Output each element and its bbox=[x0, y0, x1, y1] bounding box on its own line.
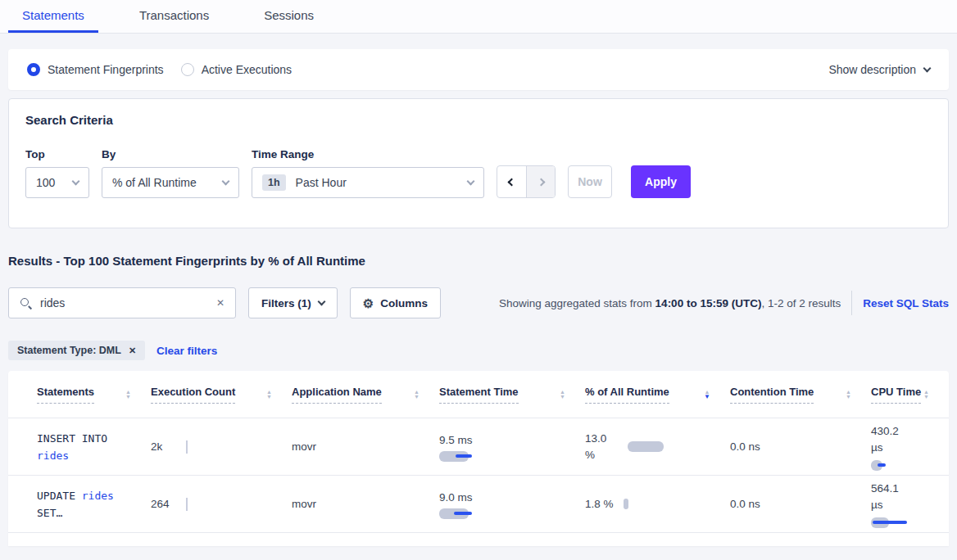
statement-time-cell: 9.5 ms bbox=[439, 432, 585, 462]
gear-icon: ⚙ bbox=[363, 297, 374, 309]
radio-active-executions[interactable]: Active Executions bbox=[181, 63, 293, 76]
results-toolbar: rides ✕ Filters (1) ⚙ Columns Showing ag… bbox=[8, 287, 949, 318]
chevron-down-icon bbox=[317, 298, 325, 306]
now-button[interactable]: Now bbox=[568, 165, 612, 198]
stats-status-text: Showing aggregated stats from 14:00 to 1… bbox=[499, 297, 841, 309]
reset-sql-stats-link[interactable]: Reset SQL Stats bbox=[863, 297, 949, 309]
statement-fingerprint-cell[interactable]: UPDATE rides SET… bbox=[37, 487, 129, 522]
column-header-statement-time[interactable]: Statement Time ▲▼ bbox=[439, 386, 585, 404]
execution-count-bar bbox=[186, 440, 188, 454]
sort-icon[interactable]: ▲▼ bbox=[923, 390, 929, 400]
cpu-time-bar bbox=[871, 460, 886, 471]
results-heading: Results - Top 100 Statement Fingerprints… bbox=[8, 254, 949, 268]
statement-time-bar bbox=[439, 508, 472, 519]
chevron-right-icon bbox=[537, 178, 545, 186]
cpu-time-bar bbox=[871, 517, 907, 528]
chevron-down-icon bbox=[72, 178, 80, 186]
chevron-down-icon bbox=[222, 178, 230, 186]
time-prev-button[interactable] bbox=[497, 166, 526, 197]
by-field: By % of All Runtime bbox=[102, 148, 239, 198]
chevron-left-icon bbox=[508, 178, 516, 186]
top-select-value: 100 bbox=[36, 176, 55, 189]
table-header-row: Statements ▲▼ Execution Count ▲▼ Applica… bbox=[8, 371, 949, 418]
stats-time-range: 14:00 to 15:59 (UTC) bbox=[655, 297, 762, 309]
show-description-label: Show description bbox=[828, 63, 916, 76]
application-name-cell: movr bbox=[292, 440, 439, 453]
filter-chip-label: Statement Type: DML bbox=[17, 345, 121, 356]
application-name-cell: movr bbox=[292, 498, 439, 510]
column-header-statements[interactable]: Statements ▲▼ bbox=[37, 386, 151, 404]
radio-icon[interactable] bbox=[181, 63, 194, 76]
view-toggle-bar: Statement Fingerprints Active Executions… bbox=[8, 49, 949, 90]
remove-filter-icon[interactable]: ✕ bbox=[129, 345, 136, 356]
table-row: UPDATE rides SET… 264 movr 9.0 ms 1.8 % … bbox=[8, 476, 949, 533]
statement-time-bar bbox=[439, 451, 472, 462]
search-input-value: rides bbox=[40, 296, 216, 309]
search-icon bbox=[20, 297, 32, 309]
table-row: INSERT INTO rides 2k movr 9.5 ms 13.0 % … bbox=[8, 418, 949, 476]
cpu-time-cell: 564.1 µs bbox=[871, 481, 949, 528]
pct-runtime-bar bbox=[628, 441, 664, 452]
tab-transactions[interactable]: Transactions bbox=[125, 0, 223, 33]
statement-fingerprint-cell[interactable]: INSERT INTO rides bbox=[37, 430, 129, 464]
radio-statement-fingerprints[interactable]: Statement Fingerprints bbox=[27, 63, 164, 76]
time-range-select[interactable]: 1h Past Hour bbox=[252, 167, 484, 198]
pct-runtime-cell: 1.8 % bbox=[585, 496, 730, 513]
sort-icon[interactable]: ▲▼ bbox=[560, 390, 565, 400]
radio-label: Active Executions bbox=[202, 63, 293, 76]
sort-icon[interactable]: ▲▼ bbox=[704, 390, 710, 400]
time-range-label: Time Range bbox=[252, 148, 484, 160]
table-name-link[interactable]: rides bbox=[37, 449, 69, 462]
search-input[interactable]: rides ✕ bbox=[8, 287, 236, 318]
top-field: Top 100 bbox=[25, 148, 89, 198]
time-nav-group bbox=[497, 165, 556, 198]
execution-count-bar bbox=[186, 498, 188, 511]
sort-icon[interactable]: ▲▼ bbox=[266, 390, 272, 400]
statement-time-cell: 9.0 ms bbox=[439, 490, 585, 519]
time-range-value: Past Hour bbox=[296, 176, 347, 189]
sort-icon[interactable]: ▲▼ bbox=[846, 390, 851, 400]
column-header-pct-runtime[interactable]: % of All Runtime ▲▼ bbox=[585, 386, 730, 404]
execution-count-cell: 264 bbox=[151, 498, 292, 511]
pct-runtime-bar bbox=[624, 499, 628, 509]
filters-button[interactable]: Filters (1) bbox=[248, 287, 338, 318]
filter-chip-row: Statement Type: DML ✕ Clear filters bbox=[8, 341, 949, 360]
table-name-link[interactable]: rides bbox=[82, 490, 114, 502]
statements-table: Statements ▲▼ Execution Count ▲▼ Applica… bbox=[8, 371, 949, 546]
top-label: Top bbox=[25, 148, 89, 160]
tab-statements[interactable]: Statements bbox=[8, 0, 98, 33]
columns-button[interactable]: ⚙ Columns bbox=[350, 287, 441, 318]
column-header-application-name[interactable]: Application Name ▲▼ bbox=[292, 386, 439, 404]
page-tabs: Statements Transactions Sessions bbox=[0, 0, 957, 34]
clear-search-icon[interactable]: ✕ bbox=[216, 297, 225, 309]
columns-button-label: Columns bbox=[380, 297, 428, 309]
vertical-divider bbox=[851, 291, 852, 315]
chevron-down-icon bbox=[467, 178, 475, 186]
apply-button[interactable]: Apply bbox=[631, 165, 691, 198]
execution-count-cell: 2k bbox=[151, 440, 292, 454]
by-select-value: % of All Runtime bbox=[112, 176, 197, 189]
column-header-execution-count[interactable]: Execution Count ▲▼ bbox=[151, 386, 292, 404]
pct-runtime-cell: 13.0 % bbox=[585, 431, 730, 463]
table-footer-strip bbox=[8, 533, 949, 544]
sort-icon[interactable]: ▲▼ bbox=[125, 390, 131, 400]
top-select[interactable]: 100 bbox=[25, 167, 89, 198]
time-range-field: Time Range 1h Past Hour bbox=[252, 148, 484, 198]
search-criteria-title: Search Criteria bbox=[25, 113, 932, 127]
filter-chip-statement-type[interactable]: Statement Type: DML ✕ bbox=[8, 341, 145, 360]
by-select[interactable]: % of All Runtime bbox=[102, 167, 239, 198]
time-next-button[interactable] bbox=[526, 166, 555, 197]
tab-sessions[interactable]: Sessions bbox=[250, 0, 328, 33]
column-header-contention-time[interactable]: Contention Time ▲▼ bbox=[730, 386, 871, 404]
column-header-cpu-time[interactable]: CPU Time ▲▼ bbox=[871, 386, 949, 404]
radio-icon[interactable] bbox=[27, 63, 40, 76]
sort-icon[interactable]: ▲▼ bbox=[414, 390, 420, 400]
radio-label: Statement Fingerprints bbox=[48, 63, 164, 76]
search-criteria-controls: Top 100 By % of All Runtime Time Range 1… bbox=[25, 148, 932, 198]
contention-time-cell: 0.0 ns bbox=[730, 498, 871, 510]
clear-filters-link[interactable]: Clear filters bbox=[156, 345, 217, 357]
show-description-toggle[interactable]: Show description bbox=[828, 63, 930, 76]
by-label: By bbox=[102, 148, 239, 160]
contention-time-cell: 0.0 ns bbox=[730, 440, 871, 453]
cpu-time-cell: 430.2 µs bbox=[871, 423, 949, 471]
